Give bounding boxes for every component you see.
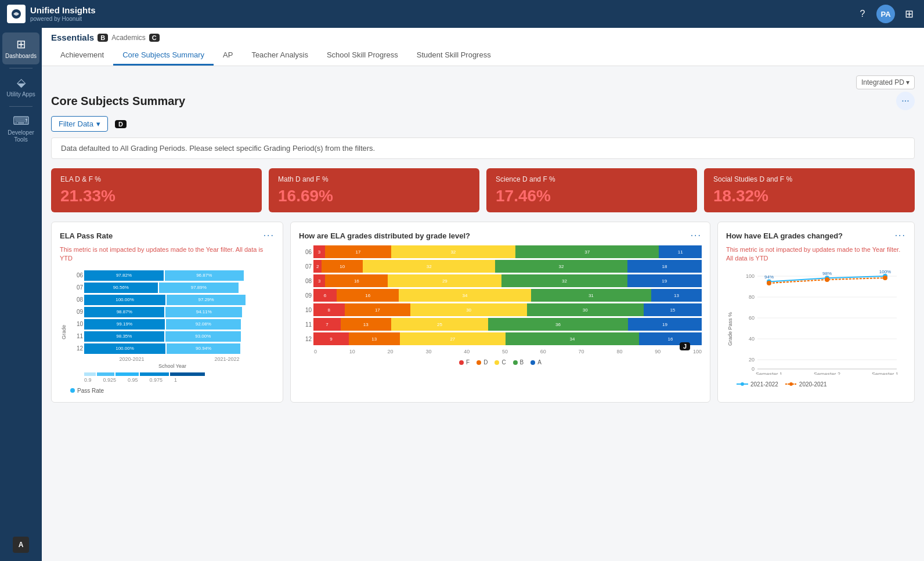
legend-dot-C	[495, 360, 499, 365]
legend-C: C	[495, 359, 506, 365]
pass-rate-y-label: Grade	[61, 325, 67, 339]
pass-rate-bar-row: 1198.35%93.00%	[70, 331, 275, 342]
legend-dot-F	[459, 360, 464, 365]
app-tagline: powered by Hoonuit	[30, 16, 96, 23]
pass-rate-x-axis-label: School Year	[70, 363, 275, 369]
filter-data-button[interactable]: Filter Data ▾	[51, 116, 108, 132]
nav-actions: ? PA ⊞	[854, 5, 917, 23]
sidebar-item-annotation-a[interactable]: A	[2, 532, 39, 560]
kpi-ss-value: 18.32%	[713, 187, 905, 205]
legend-dot-D	[477, 360, 481, 365]
grade-dist-seg-A: 19	[627, 274, 702, 287]
kpi-card-social-studies: Social Studies D and F % 18.32%	[704, 168, 915, 212]
grade-dist-options[interactable]: ···	[691, 230, 702, 241]
grade-dist-seg-D: 10	[322, 260, 363, 273]
user-avatar[interactable]: PA	[876, 5, 895, 23]
sidebar-item-utility-apps[interactable]: ⬙ Utility Apps	[2, 71, 39, 103]
logo-text: Unified Insights powered by Hoonuit	[30, 5, 96, 23]
grade-dist-seg-C: 32	[363, 260, 495, 273]
pass-rate-bar-segment: 97.29%	[167, 295, 246, 305]
tab-school-skill[interactable]: School Skill Progress	[317, 46, 407, 66]
grade-dist-seg-C: 32	[391, 245, 515, 258]
grade-dist-seg-A: 15	[644, 303, 702, 316]
kpi-card-math: Math D and F % 16.69%	[269, 168, 479, 212]
legend-label-B: B	[520, 359, 524, 365]
grade-dist-seg-F: 6	[313, 289, 337, 302]
ela-pass-rate-subtitle: This metric is not impacted by updates m…	[60, 245, 275, 263]
pass-rate-bar-segment: 100.00%	[84, 343, 165, 354]
integrated-pd-label: Integrated PD	[861, 78, 904, 86]
main-content: Essentials B Academics C Achievement Cor…	[42, 28, 924, 561]
grade-dist-bars-wrap: 210323218	[313, 260, 702, 273]
pass-rate-bar-segment: 98.35%	[84, 331, 164, 342]
tab-ap[interactable]: AP	[214, 46, 242, 66]
grade-dist-seg-F: 2	[313, 260, 322, 273]
svg-point-20	[767, 281, 771, 285]
grade-dist-seg-C: 25	[391, 318, 488, 331]
svg-text:100%: 100%	[879, 270, 891, 274]
svg-point-27	[741, 382, 744, 386]
page-title: Core Subjects Summary	[51, 95, 185, 108]
integrated-pd-button[interactable]: Integrated PD ▾	[856, 75, 915, 89]
grade-dist-grade-label: 09	[299, 292, 312, 299]
breadcrumb-row: Essentials B Academics C	[51, 32, 915, 42]
pass-rate-bar-segment: 98.87%	[84, 307, 164, 317]
svg-text:20: 20	[749, 357, 755, 363]
tab-student-skill[interactable]: Student Skill Progress	[407, 46, 500, 66]
info-banner: Data defaulted to All Grading Periods. P…	[51, 137, 915, 159]
page-options-button[interactable]: ···	[896, 92, 915, 110]
svg-point-22	[883, 276, 887, 280]
grade-dist-seg-F: 3	[313, 245, 325, 258]
grade-dist-bar-row: 11713253619	[299, 318, 702, 331]
grade-dist-seg-B: 37	[515, 245, 659, 258]
grade-dist-grade-label: 08	[299, 278, 312, 284]
sidebar-utility-label: Utility Apps	[6, 91, 35, 98]
ela-changed-options[interactable]: ···	[895, 230, 906, 241]
grade-dist-seg-D: 16	[325, 274, 388, 287]
legend-dot-B	[513, 360, 518, 365]
ela-changed-legend: 2021-2022 2020-2021	[737, 381, 906, 388]
charts-row: ELA Pass Rate ··· This metric is not imp…	[51, 222, 915, 403]
sidebar-devtools-label: Developer Tools	[5, 129, 37, 143]
legend-pass-rate: Pass Rate	[70, 388, 104, 394]
kpi-science-label: Science D and F %	[496, 175, 688, 183]
utility-apps-icon: ⬙	[17, 75, 26, 89]
pass-rate-bars: 0697.82%96.87%0790.56%97.89%08100.00%97.…	[70, 270, 275, 354]
grade-dist-bars-wrap: 316293219	[313, 274, 702, 287]
integrated-pd-row: Integrated PD ▾	[51, 75, 915, 89]
integrated-pd-chevron: ▾	[906, 78, 909, 86]
ela-pass-rate-header: ELA Pass Rate ···	[60, 230, 275, 241]
tab-teacher-analysis[interactable]: Teacher Analysis	[242, 46, 317, 66]
tab-core-subjects[interactable]: Core Subjects Summary	[113, 46, 214, 66]
legend-label-F: F	[466, 359, 470, 365]
grade-dist-bar-row: 09616343113	[299, 289, 702, 302]
pass-rate-grade-label: 07	[70, 284, 83, 291]
svg-text:Semester 1: Semester 1	[872, 371, 898, 375]
svg-text:40: 40	[749, 336, 755, 342]
pass-rate-bar-row: 1099.19%92.08%	[70, 319, 275, 330]
grid-menu-button[interactable]: ⊞	[901, 6, 917, 22]
grade-dist-seg-D: 13	[349, 332, 400, 345]
logo-icon	[7, 5, 26, 23]
sidebar-item-developer-tools[interactable]: ⌨ Developer Tools	[2, 109, 39, 148]
breadcrumb-section: Essentials	[51, 32, 94, 42]
ela-pass-rate-options[interactable]: ···	[264, 230, 275, 241]
grade-dist-seg-C: 27	[400, 332, 506, 345]
annotation-a-badge: A	[13, 537, 29, 553]
grade-dist-bars-wrap: 317323711	[313, 245, 702, 258]
legend-D: D	[477, 359, 488, 365]
grade-dist-bar-row: 07210323218	[299, 260, 702, 273]
legend-label-A: A	[537, 359, 542, 365]
grade-dist-seg-D: 17	[325, 245, 391, 258]
help-button[interactable]: ?	[854, 6, 871, 22]
pass-rate-grade-label: 12	[70, 345, 83, 352]
tab-achievement[interactable]: Achievement	[51, 46, 113, 66]
grade-dist-seg-A: 13	[651, 289, 702, 302]
kpi-ss-label: Social Studies D and F %	[713, 175, 905, 183]
pass-rate-bar-segment: 90.94%	[167, 343, 240, 354]
sidebar-item-dashboards[interactable]: ⊞ Dashboards	[2, 32, 39, 64]
ela-pass-rate-title: ELA Pass Rate	[60, 231, 113, 240]
grade-dist-grade-label: 12	[299, 336, 312, 342]
grade-dist-seg-B: 32	[501, 274, 627, 287]
kpi-cards-row: ELA D & F % 21.33% Math D and F % 16.69%…	[51, 168, 915, 212]
